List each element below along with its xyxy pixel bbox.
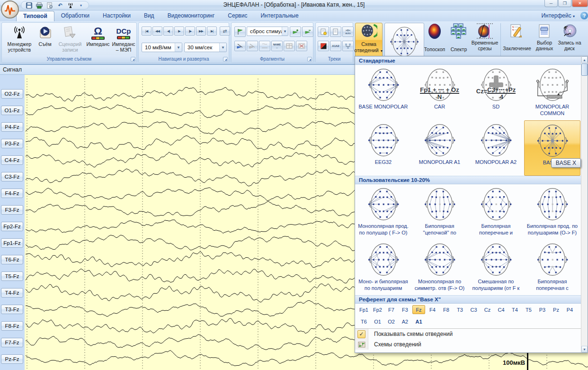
restore-button[interactable]: ❐ [558, 0, 571, 7]
fragment-delete-icon[interactable] [296, 41, 307, 51]
electrode-button-Cz[interactable]: Cz [481, 305, 494, 314]
montage-item-sd[interactable]: Cz=C3+⋯+Pz4SD [468, 65, 524, 120]
schemes-menu-item[interactable]: Схемы отведений [355, 339, 581, 350]
flag-edit-icon[interactable] [234, 41, 246, 51]
montage-scheme-button[interactable]: Схема отведений ▼ [355, 23, 383, 61]
record-scenario-button[interactable]: Сценарий записи [56, 24, 84, 55]
panel-scrollbar[interactable]: ▲ ▼ [581, 56, 588, 352]
remove-fragment-flag-icon[interactable] [302, 27, 313, 37]
electrode-button-T3[interactable]: T3 [454, 305, 466, 314]
electrode-button-A2[interactable]: A2 [399, 317, 411, 326]
show-schemes-menu-item[interactable]: ✓ Показывать схемы отведений [355, 329, 581, 339]
electrode-button-F7[interactable]: F7 [385, 305, 398, 314]
add-track-icon[interactable] [318, 27, 329, 37]
montage-item-монополярная-по-симметр-отв-f-o-[interactable]: Монополярная по симметр. отв (F-> O) [411, 240, 468, 295]
electrode-button-P3[interactable]: P3 [536, 305, 549, 314]
montage-item-monopolar-common[interactable]: MONOPOLAR COMMON [524, 65, 580, 120]
time-slices-button[interactable]: Временные срезы [470, 23, 500, 54]
track-tree-icon[interactable] [342, 41, 354, 51]
electrode-button-F3[interactable]: F3 [399, 305, 411, 314]
electrode-button-Fp2[interactable]: Fp2 [371, 305, 384, 314]
electrode-button-P4[interactable]: P4 [563, 305, 576, 314]
flag-clear-icon[interactable] [247, 41, 258, 51]
step-settings-button[interactable]: ⇄ [220, 27, 230, 36]
checked-checkbox-icon[interactable]: ✓ [357, 330, 365, 338]
electrode-button-T6[interactable]: T6 [357, 317, 370, 326]
fragment-measure-icon[interactable] [259, 41, 270, 51]
electrode-button-Pz[interactable]: Pz [550, 305, 562, 314]
electrode-button-O1[interactable]: O1 [371, 317, 384, 326]
report-button[interactable]: Заключение [502, 23, 532, 54]
spectrum-button[interactable]: Спектр [448, 23, 469, 54]
montage-item-base-monopolar[interactable]: BASE MONOPOLAR [355, 65, 411, 120]
impedance-button[interactable]: Ω Импеданс [85, 24, 111, 55]
playback-button-0[interactable]: |◀ [142, 27, 151, 36]
tab-интегральные[interactable]: Интегральные [254, 11, 305, 21]
channel-button-P3-Fz[interactable]: P3-Fz [1, 139, 23, 148]
burn-disk-button[interactable]: Запись на диск [557, 23, 582, 54]
channel-button-T4-Fz[interactable]: T4-Fz [1, 288, 23, 298]
electrode-button-Fz[interactable]: Fz [412, 305, 425, 314]
app-logo-icon[interactable] [1, 0, 19, 18]
channel-button-P4-Fz[interactable]: P4-Fz [1, 122, 23, 132]
montage-item-base-x[interactable]: BASE XBASE X [524, 120, 580, 176]
channel-button-F4-Fz[interactable]: F4-Fz [1, 189, 23, 198]
electrode-button-A1[interactable]: A1 [412, 317, 425, 326]
channel-button-C3-Fz[interactable]: C3-Fz [1, 172, 23, 181]
dialog-launcher-icon[interactable] [307, 57, 312, 62]
impedance-mep-button[interactable]: DCp Импеданс – МЭП [111, 24, 136, 55]
fragment-combobox[interactable]: сброс стимуля ▼ [247, 27, 288, 36]
electrode-button-Fp1[interactable]: Fp1 [357, 305, 370, 314]
montage-item-биполярная-цепочкой-по[interactable]: Биполярная "цепочкой" по [411, 184, 468, 240]
channel-button-O2-Fz[interactable]: O2-Fz [1, 89, 23, 99]
sweep-combobox[interactable]: 10 мкВ/мм ▼ [142, 43, 182, 52]
tab-сервис[interactable]: Сервис [221, 11, 254, 21]
electrode-button-T4[interactable]: T4 [508, 305, 521, 314]
scroll-thumb[interactable] [581, 63, 588, 76]
montage-item-биполярная-поперечная-с[interactable]: Биполярная поперечная с [524, 240, 580, 295]
tab-типовой[interactable]: Типовой [16, 11, 54, 21]
playback-button-2[interactable]: ◀| [163, 27, 173, 36]
channel-button-F3-Fz[interactable]: F3-Fz [1, 205, 23, 215]
dialog-launcher-icon[interactable] [223, 57, 228, 62]
channel-button-Fp2-Fz[interactable]: Fp2-Fz [1, 222, 23, 231]
electrode-button-T5[interactable]: T5 [522, 305, 535, 314]
fragment-name-icon[interactable]: NAME↔ [271, 41, 283, 51]
playback-button-4[interactable]: |▶ [185, 27, 195, 36]
montage-item-моно-и-биполярная-по-полушариям[interactable]: Моно- и биполярная по полушариям [355, 240, 411, 295]
channel-button-F7-Fz[interactable]: F7-Fz [1, 338, 23, 347]
electrode-button-F4[interactable]: F4 [426, 305, 439, 314]
electrode-button-O2[interactable]: O2 [385, 317, 398, 326]
current-montage-preview-button[interactable] [384, 23, 424, 61]
playback-button-5[interactable]: ▶▶ [196, 27, 206, 36]
dialog-launcher-icon[interactable] [131, 57, 135, 62]
montage-item-биполярная-прод-по-полушариям-o-f-[interactable]: Биполярная прод. по полушариям (O-> F) [524, 184, 580, 240]
tab-обработки[interactable]: Обработки [54, 11, 96, 21]
data-select-button[interactable]: Выбор данных [533, 23, 556, 54]
playback-button-1[interactable]: ◀◀ [152, 27, 162, 36]
polarity-icon[interactable] [318, 41, 329, 51]
channel-button-F8-Fz[interactable]: F8-Fz [1, 321, 23, 331]
montage-item-монополярная-прод-по-полушар-f-o-[interactable]: Монополярная прод. по полушар ( F-> O) [355, 184, 411, 240]
toposcope-button[interactable]: Топоскоп [421, 23, 448, 54]
fragment-flag-icon[interactable] [234, 27, 246, 37]
channel-button-Pz-Fz[interactable]: Pz-Fz [1, 354, 23, 364]
reference-pair-icon[interactable]: A1A2 [330, 41, 341, 51]
montage-item-monopolar-a2[interactable]: MONOPOLAR A2 [468, 120, 524, 176]
scroll-up-icon[interactable]: ▲ [581, 56, 588, 63]
montage-item-eeg32[interactable]: EEG32 [355, 120, 411, 176]
help-icon[interactable]: ? [580, 12, 588, 19]
autoscale-icon[interactable]: >0<auto [342, 27, 354, 37]
channel-button-O1-Fz[interactable]: O1-Fz [1, 106, 23, 115]
montage-item-смешанная-по-полушариям-от-f-к[interactable]: Смешанная по полушариям (от F к [468, 240, 524, 295]
speed-combobox[interactable]: 30 мм/сек ▼ [184, 43, 227, 52]
channel-button-T6-Fz[interactable]: T6-Fz [1, 255, 23, 264]
electrode-button-F8[interactable]: F8 [440, 305, 453, 314]
channel-button-C4-Fz[interactable]: C4-Fz [1, 155, 23, 165]
minimize-button[interactable]: ─ [544, 0, 558, 7]
tab-настройки[interactable]: Настройки [96, 11, 137, 21]
scroll-down-icon[interactable]: ▼ [581, 346, 588, 352]
montage-item-car[interactable]: Fp1 + ⋯ + OzNCAR [411, 65, 468, 120]
electrode-button-C4[interactable]: C4 [495, 305, 508, 314]
tab-видеомониторинг[interactable]: Видеомониторинг [161, 11, 222, 21]
